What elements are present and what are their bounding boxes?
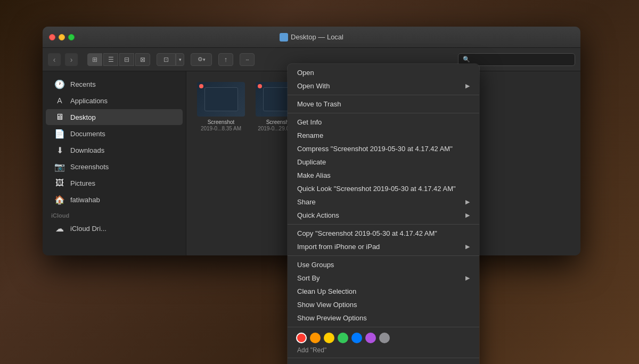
ctx-share-label: Share <box>297 198 465 206</box>
downloads-icon: ⬇ <box>54 145 65 155</box>
action2-button[interactable]: ··· <box>240 53 255 66</box>
ctx-open-with[interactable]: Open With ▶ <box>289 79 478 93</box>
ctx-get-info[interactable]: Get Info <box>289 115 478 129</box>
tag-red[interactable] <box>296 333 307 343</box>
sidebar-item-downloads[interactable]: ⬇ Downloads <box>46 142 183 158</box>
ctx-set-desktop[interactable]: Set Desktop Picture <box>289 360 478 364</box>
sidebar-item-home[interactable]: 🏠 fatiwahab <box>46 192 183 208</box>
ctx-open-with-label: Open With <box>297 82 465 90</box>
list-view-button[interactable]: ☰ <box>103 53 118 66</box>
ctx-compress[interactable]: Compress "Screenshot 2019-05-30 at 4.17.… <box>289 142 478 155</box>
ctx-separator <box>288 95 479 95</box>
action-dropdown-arrow: ▾ <box>203 57 206 62</box>
sidebar-item-desktop[interactable]: 🖥 Desktop <box>46 109 183 125</box>
ctx-make-alias-label: Make Alias <box>297 171 470 179</box>
ctx-move-trash-label: Move to Trash <box>297 100 470 108</box>
screenshots-icon: 📷 <box>54 161 65 172</box>
tag-gray[interactable] <box>379 333 390 343</box>
submenu-arrow: ▶ <box>465 243 470 250</box>
file-date: 2019-0...8.35 AM <box>201 126 241 131</box>
gallery-group: ⊡ ▾ <box>157 53 184 66</box>
sidebar-item-applications[interactable]: A Applications <box>46 93 183 109</box>
sidebar: 🕐 Recents A Applications 🖥 Desktop 📄 Doc… <box>43 71 186 255</box>
ctx-show-view-label: Show View Options <box>297 301 470 309</box>
ctx-copy[interactable]: Copy "Screenshot 2019-05-30 at 4.17.42 A… <box>289 227 478 240</box>
submenu-arrow: ▶ <box>465 212 470 219</box>
column-view-button[interactable]: ⊟ <box>119 53 134 66</box>
gallery-dropdown[interactable]: ▾ <box>176 53 184 66</box>
file-dot-indicator <box>258 84 262 88</box>
icloud-section-label: iCloud <box>43 208 186 220</box>
forward-button[interactable]: › <box>65 53 78 66</box>
ctx-show-view[interactable]: Show View Options <box>289 298 478 311</box>
ctx-show-preview[interactable]: Show Preview Options <box>289 311 478 325</box>
ctx-compress-label: Compress "Screenshot 2019-05-30 at 4.17.… <box>297 145 470 153</box>
home-icon: 🏠 <box>54 194 65 205</box>
sidebar-item-pictures[interactable]: 🖼 Pictures <box>46 175 183 191</box>
ctx-rename-label: Rename <box>297 131 470 139</box>
tag-add-label: Add "Red" <box>289 346 478 355</box>
ctx-clean-up-label: Clean Up Selection <box>297 287 470 295</box>
file-dot-indicator <box>199 84 203 88</box>
submenu-arrow: ▶ <box>465 198 470 205</box>
ctx-copy-label: Copy "Screenshot 2019-05-30 at 4.17.42 A… <box>297 229 470 237</box>
action-button[interactable]: ⚙ ▾ <box>191 53 212 66</box>
tag-yellow[interactable] <box>324 333 334 343</box>
pictures-icon: 🖼 <box>54 178 65 188</box>
share-icon: ↑ <box>224 55 228 63</box>
window-title: Desktop — Local <box>280 33 343 42</box>
ctx-share[interactable]: Share ▶ <box>289 195 478 209</box>
view-controls: ⊞ ☰ ⊟ ⊠ <box>87 53 150 66</box>
ctx-move-trash[interactable]: Move to Trash <box>289 97 478 111</box>
more-icon: ··· <box>245 56 249 63</box>
close-button[interactable] <box>49 34 55 40</box>
ctx-quick-actions-label: Quick Actions <box>297 211 465 219</box>
ctx-duplicate[interactable]: Duplicate <box>289 155 478 169</box>
file-item[interactable]: Screenshot 2019-0...8.35 AM <box>194 79 248 134</box>
submenu-arrow: ▶ <box>465 275 470 282</box>
ctx-separator <box>288 255 479 256</box>
sidebar-item-documents[interactable]: 📄 Documents <box>46 126 183 142</box>
title-bar: Desktop — Local <box>43 27 580 48</box>
file-thumbnail <box>197 82 245 117</box>
icloud-icon: ☁ <box>54 223 65 234</box>
maximize-button[interactable] <box>68 34 75 40</box>
icon-view-button[interactable]: ⊞ <box>87 53 102 66</box>
tag-purple[interactable] <box>365 333 376 343</box>
cover-flow-button[interactable]: ⊠ <box>135 53 150 66</box>
ctx-import-label: Import from iPhone or iPad <box>297 243 465 251</box>
ctx-duplicate-label: Duplicate <box>297 158 470 166</box>
back-button[interactable]: ‹ <box>48 53 61 66</box>
share-button[interactable]: ↑ <box>218 53 233 66</box>
ctx-quick-look[interactable]: Quick Look "Screenshot 2019-05-30 at 4.1… <box>289 182 478 195</box>
ctx-make-alias[interactable]: Make Alias <box>289 169 478 182</box>
ctx-open[interactable]: Open <box>289 66 478 79</box>
ctx-open-label: Open <box>297 69 470 77</box>
desktop-folder-icon: 🖥 <box>54 112 65 122</box>
tag-blue[interactable] <box>351 333 362 343</box>
tag-green[interactable] <box>338 333 348 343</box>
ctx-import-iphone[interactable]: Import from iPhone or iPad ▶ <box>289 240 478 253</box>
ctx-sort-by[interactable]: Sort By ▶ <box>289 271 478 285</box>
sidebar-item-screenshots[interactable]: 📷 Screenshots <box>46 159 183 175</box>
minimize-button[interactable] <box>59 34 65 40</box>
sidebar-item-recents[interactable]: 🕐 Recents <box>46 76 183 92</box>
ctx-separator <box>288 113 479 113</box>
search-icon: 🔍 <box>463 56 470 63</box>
traffic-lights <box>43 34 75 40</box>
ctx-get-info-label: Get Info <box>297 118 470 126</box>
ctx-quick-actions[interactable]: Quick Actions ▶ <box>289 209 478 222</box>
ctx-rename[interactable]: Rename <box>289 129 478 142</box>
ctx-use-groups[interactable]: Use Groups <box>289 258 478 271</box>
tags-row <box>288 329 479 346</box>
recents-icon: 🕐 <box>54 79 65 89</box>
ctx-quick-look-label: Quick Look "Screenshot 2019-05-30 at 4.1… <box>297 185 470 193</box>
ctx-separator <box>288 358 479 358</box>
sidebar-item-icloud[interactable]: ☁ iCloud Dri... <box>46 220 183 236</box>
gallery-view-button[interactable]: ⊡ <box>157 53 176 66</box>
ctx-sort-by-label: Sort By <box>297 274 465 282</box>
ctx-show-preview-label: Show Preview Options <box>297 314 470 322</box>
ctx-clean-up[interactable]: Clean Up Selection <box>289 285 478 298</box>
tag-orange[interactable] <box>310 333 321 343</box>
submenu-arrow: ▶ <box>465 82 470 89</box>
